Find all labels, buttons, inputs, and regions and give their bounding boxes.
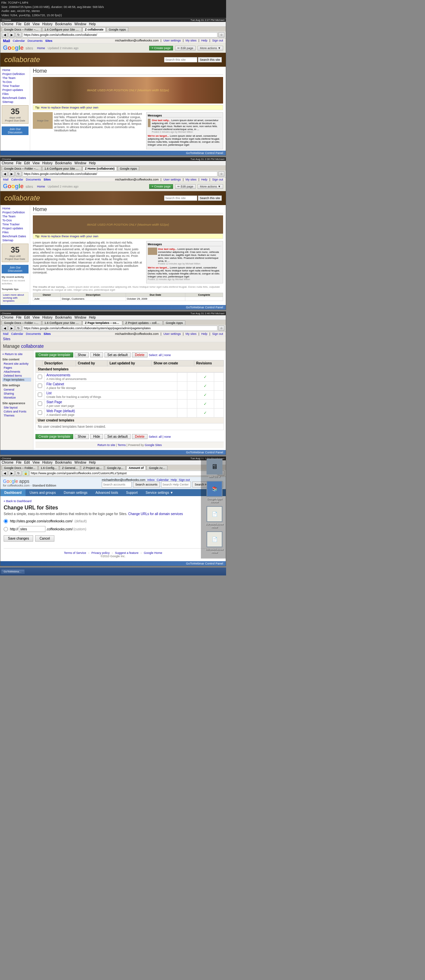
- msg-link-2-2[interactable]: We're on target...: [148, 266, 169, 269]
- radio-custom-4[interactable]: [4, 527, 8, 531]
- refresh-btn-1[interactable]: ↻: [16, 32, 22, 38]
- show-btn-bottom-3[interactable]: Show: [75, 434, 89, 439]
- admin-nav-attachments-3[interactable]: Attachments: [2, 370, 31, 374]
- menu4-help[interactable]: Help: [89, 461, 96, 464]
- menu3-edit[interactable]: Edit: [24, 316, 30, 319]
- nav-projupdates-1[interactable]: Project updates: [2, 88, 29, 92]
- google-sites-footer-3[interactable]: Google Sites: [145, 443, 162, 447]
- tab-2-googleapps[interactable]: Google Apps: [118, 166, 140, 170]
- tab-1-googleapps[interactable]: Google Apps: [106, 27, 128, 32]
- menu2-file[interactable]: File: [16, 161, 22, 165]
- back-btn-3[interactable]: ◀: [2, 326, 8, 331]
- gapps-tab-users-4[interactable]: Users and groups: [25, 489, 60, 496]
- search-help-input-4[interactable]: [161, 482, 191, 487]
- menu-edit[interactable]: Edit: [24, 22, 30, 26]
- tab-2-googledocs[interactable]: Google Docs – Folder – Sear...: [2, 166, 41, 170]
- create-page-btn-2[interactable]: + Create page: [149, 184, 173, 189]
- msg-link-1[interactable]: One last rally...: [152, 119, 170, 122]
- my-sites-link-3[interactable]: My sites: [186, 332, 197, 336]
- menu-file[interactable]: File: [16, 22, 22, 26]
- user-settings-link-1[interactable]: User settings: [163, 39, 181, 43]
- menu3-help[interactable]: Help: [89, 316, 96, 319]
- tab-3-pagetemplates[interactable]: Z Page templates – collaborate: [82, 321, 122, 325]
- set-default-btn-bottom-3[interactable]: Set as default: [105, 434, 131, 439]
- tab-2-config[interactable]: 1.6 Configure your Site – C...: [42, 166, 82, 170]
- select-all-3[interactable]: all: [159, 353, 162, 357]
- menu4-history[interactable]: History: [42, 461, 52, 464]
- bookmark-btn-3[interactable]: ☆: [219, 326, 224, 331]
- search-btn-2[interactable]: Search this site: [198, 196, 222, 201]
- delete-btn-3[interactable]: Delete: [132, 352, 147, 358]
- back-btn-4[interactable]: ◀: [2, 471, 8, 476]
- admin-nav-colors-3[interactable]: Colors and Fonts: [2, 409, 31, 414]
- cb-webpage[interactable]: [38, 410, 42, 415]
- menu3-bookmarks[interactable]: Bookmarks: [56, 316, 72, 319]
- menu-chrome[interactable]: Chrome: [2, 22, 14, 26]
- create-template-btn-3[interactable]: Create page template: [35, 352, 73, 358]
- desktop-icon-mmosx[interactable]: 🖥 MM OS X: [203, 459, 226, 478]
- radio-default-4[interactable]: [4, 519, 8, 523]
- tab-4-docs[interactable]: Google Docs – Folder...: [2, 466, 38, 470]
- documents-link-1[interactable]: Documents: [27, 39, 43, 43]
- forward-btn-1[interactable]: ▶: [9, 32, 14, 38]
- back-btn-2[interactable]: ◀: [2, 171, 8, 177]
- cancel-btn-4[interactable]: Cancel: [35, 535, 54, 542]
- return-to-site-link-3[interactable]: « Return to site: [2, 352, 22, 356]
- menu4-file[interactable]: File: [16, 461, 22, 464]
- home-link-1[interactable]: Home: [37, 46, 45, 50]
- tab-4-googleapps[interactable]: Google Ap...: [105, 466, 126, 470]
- return-to-site-footer-3[interactable]: Return to site: [97, 443, 115, 447]
- change-url-link-4[interactable]: Change URLs for all domain services: [128, 512, 183, 516]
- tab-3-docs[interactable]: Google Docs – Folder – Sear...: [2, 321, 41, 325]
- terms-footer-3[interactable]: Terms: [118, 443, 126, 447]
- tab-1-googledocs[interactable]: Google Docs – Folder – Sear...: [2, 27, 41, 32]
- signout-link-1[interactable]: Sign out: [212, 39, 223, 43]
- nav-timetracker-1[interactable]: Time Tracker: [2, 84, 29, 88]
- menu-history[interactable]: History: [42, 22, 52, 26]
- menu-view[interactable]: View: [32, 22, 40, 26]
- desktop-icon-googleapps[interactable]: 📚 Google Apps course: [203, 481, 226, 503]
- search-input-2[interactable]: [164, 196, 197, 201]
- gapps-help-link-4[interactable]: Help: [171, 478, 177, 482]
- bookmark-btn-1[interactable]: ☆: [219, 32, 224, 38]
- more-actions-btn-2[interactable]: More actions ▼: [198, 184, 223, 189]
- gapps-signout-link-4[interactable]: Sign out: [179, 478, 190, 482]
- menu2-help[interactable]: Help: [89, 161, 96, 165]
- address-bar-3[interactable]: [22, 326, 217, 331]
- join-discussion-btn-1[interactable]: Join Our Discussion: [2, 126, 29, 135]
- menu3-window[interactable]: Window: [75, 316, 87, 319]
- footer-google-home-4[interactable]: Google Home: [144, 551, 162, 555]
- tab-1-config[interactable]: 1.6 Configure your Site – C...: [42, 27, 82, 32]
- documents-link-2[interactable]: Documents: [26, 178, 41, 181]
- gapps-tab-support-4[interactable]: Support: [122, 489, 141, 496]
- nav2-projdef[interactable]: Project Definition: [2, 210, 29, 215]
- refresh-btn-2[interactable]: ↻: [16, 171, 22, 177]
- nav-team-1[interactable]: The Team: [2, 76, 29, 80]
- nav2-team[interactable]: The Team: [2, 215, 29, 218]
- help-link-1[interactable]: Help: [201, 39, 208, 43]
- admin-nav-general-3[interactable]: General: [2, 388, 31, 391]
- select-all-bottom-3[interactable]: all: [159, 435, 162, 438]
- nav2-sitemap[interactable]: Sitemap: [2, 238, 29, 242]
- tab-3-projectupdates[interactable]: Z Project updates – collaborate: [123, 321, 163, 325]
- mail-link-3[interactable]: Mail: [3, 332, 9, 336]
- gapps-tab-domain-4[interactable]: Domain settings: [60, 489, 92, 496]
- nav-benchmark-1[interactable]: Benchmark Dates: [2, 96, 29, 100]
- menu2-bookmarks[interactable]: Bookmarks: [56, 161, 72, 165]
- tab-3-config[interactable]: 1.6 Configure your Site – ...: [42, 321, 82, 325]
- admin-nav-sitelayout-3[interactable]: Site layout: [2, 406, 31, 409]
- gapps-tab-service-4[interactable]: Service settings ▼: [141, 489, 177, 496]
- calendar-link-3[interactable]: Calendar: [11, 332, 24, 336]
- admin-nav-deleted-3[interactable]: Deleted items: [2, 374, 31, 378]
- menu2-history[interactable]: History: [42, 161, 52, 165]
- user-settings-link-3[interactable]: User settings: [163, 332, 181, 336]
- tip-link-1[interactable]: How to replace these images with your ow…: [41, 106, 98, 109]
- nav2-benchmark[interactable]: Benchmark Dates: [2, 234, 29, 238]
- nav2-home[interactable]: Home: [2, 207, 29, 210]
- address-bar-2[interactable]: [22, 171, 217, 177]
- custom-url-input-4[interactable]: [19, 526, 45, 532]
- menu-bookmarks[interactable]: Bookmarks: [56, 22, 72, 26]
- sites-link-3[interactable]: Sites: [44, 332, 51, 336]
- menu4-window[interactable]: Window: [75, 461, 87, 464]
- menu2-window[interactable]: Window: [75, 161, 87, 165]
